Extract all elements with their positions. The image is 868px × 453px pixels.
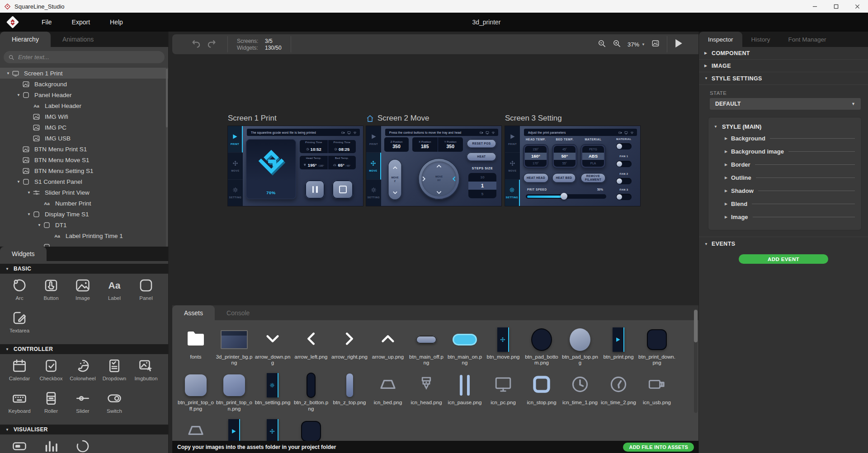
nav-move[interactable]: MOVE [505,153,520,179]
screen-1-preview[interactable]: PRINTMOVESETTING The squareline.gcode wo… [228,126,363,206]
screen-2-title[interactable]: Screen 2 Move [366,113,429,123]
tree-item-background[interactable]: Background [0,79,168,89]
tree-item-btn-menu-setting-s1[interactable]: BTN Menu Setting S1 [0,165,168,176]
pad-down-icon[interactable] [437,188,442,196]
screen-3-title[interactable]: Screen 3 Setting [505,113,562,123]
screen-3-preview[interactable]: PRINTMOVESETTING Adjust the print parame… [505,126,640,206]
hierarchy-scrollbar[interactable] [166,68,168,247]
widget-panel[interactable]: Panel [130,276,162,309]
pad-up-icon[interactable] [437,162,442,170]
widget-section-controller[interactable]: ▼CONTROLLER [0,344,168,354]
tree-item-img-pc[interactable]: IMG PC [0,122,168,133]
roller-value[interactable]: 150° [525,146,547,153]
redo-icon[interactable] [207,38,217,50]
style-prop-outline[interactable]: ▶Outline [712,171,857,184]
tab-history[interactable]: History [742,32,779,47]
remove-filament-button[interactable]: REMOVE FILAMENT [580,173,606,183]
style-prop-shadow[interactable]: ▶Shadow [712,184,857,197]
asset-btn-print-top-on-png[interactable]: btn_print_top_on.png [215,372,253,411]
style-prop-blend[interactable]: ▶Blend [712,197,857,210]
roller-bed-temp-[interactable]: 45°50°55° [552,144,577,168]
asset-fonts[interactable]: fonts [177,327,215,366]
widget-roller[interactable]: Roller [35,389,67,422]
tree-item-s1-content-panel[interactable]: ▼S1 Content Panel [0,176,168,187]
asset-icn-stop-png[interactable]: icn_stop.png [523,372,561,411]
asset-partial[interactable] [254,418,292,441]
steps-option-selected[interactable]: 1 [468,182,496,190]
asset-icn-bed-png[interactable]: icn_bed.png [369,372,407,411]
tree-item[interactable] [0,241,168,247]
move-xy-pad[interactable]: MOVEXY [418,158,460,200]
slider-knob[interactable] [561,193,567,200]
style-prop-background-image[interactable]: ▶Background image [712,145,857,158]
tab-assets[interactable]: Assets [172,305,215,320]
widget-label[interactable]: AaLabel [99,276,130,309]
nav-setting[interactable]: SETTING [366,180,381,206]
asset-btn-print-down-png[interactable]: btn_print_down.png [638,327,676,366]
nav-print[interactable]: PRINT [366,126,381,153]
play-button[interactable] [675,38,683,50]
pause-button[interactable] [305,180,325,199]
heat-bed-button[interactable]: HEAT BED [552,173,576,183]
expander-icon[interactable]: ▼ [15,180,22,184]
asset-icn-time-1-png[interactable]: icn_time_1.png [561,372,599,411]
screen-1-title[interactable]: Screen 1 Print [228,113,277,123]
tree-item-panel-header[interactable]: ▼Panel Header [0,89,168,100]
minimize-button[interactable] [804,0,826,13]
expander-icon[interactable]: ▼ [5,71,12,75]
roller-value[interactable]: PLA [582,160,604,167]
widget-button[interactable]: Button [35,276,67,309]
asset-icn-pause-png[interactable]: icn_pause.png [446,372,484,411]
widget-slider[interactable]: Slider [67,389,99,422]
switch-fan-2[interactable] [616,178,632,184]
add-file-into-assets-button[interactable]: ADD FILE INTO ASSETS [623,443,694,452]
tree-item-slider-print-view[interactable]: ▼Slider Print View [0,187,168,198]
asset-partial[interactable] [177,418,215,441]
tab-font-manager[interactable]: Font Manager [779,32,835,47]
tab-widgets[interactable]: Widgets [0,247,47,261]
assets-scrollbar[interactable] [694,309,698,413]
nav-move[interactable]: MOVE [228,153,243,179]
menu-file[interactable]: File [42,19,52,26]
roller-value-selected[interactable]: 160° [525,153,547,159]
menu-help[interactable]: Help [110,19,123,26]
asset-partial[interactable] [215,418,253,441]
chevron-down-icon[interactable] [393,188,397,196]
asset-btn-move-png[interactable]: btn_move.png [484,327,522,366]
roller-material[interactable]: PETGABSPLA [580,144,606,168]
tree-item-img-usb[interactable]: IMG USB [0,133,168,144]
widget-calendar[interactable]: Calendar [4,357,35,389]
tree-item-label-header[interactable]: AaLabel Header [0,100,168,111]
switch-fan-1[interactable] [616,161,632,167]
widget-keyboard[interactable]: Keyboard [4,389,35,422]
zoom-out-icon[interactable] [598,39,606,50]
nav-setting[interactable]: SETTING [228,180,243,206]
undo-icon[interactable] [191,38,201,50]
stop-button[interactable] [332,180,353,199]
asset-icn-usb-png[interactable]: icn_usb.png [638,372,676,411]
asset-partial[interactable] [292,418,330,441]
widget-arc[interactable]: Arc [4,276,35,309]
section-component[interactable]: ▶COMPONENT [699,47,868,60]
zoom-level-dropdown[interactable]: 37%▼ [627,41,645,48]
chevron-up-icon[interactable] [393,163,397,171]
asset-btn-pad-top-png[interactable]: btn_pad_top.png [561,327,599,366]
tree-item-display-time-s1[interactable]: ▼Display Time S1 [0,209,168,219]
tree-item-screen-1-print[interactable]: ▼Screen 1 Print [0,68,168,79]
tab-inspector[interactable]: Inspector [699,32,742,47]
asset-arrow-right-png[interactable]: arrow_right.png [330,327,368,366]
tab-animations[interactable]: Animations [51,32,105,47]
add-event-button[interactable]: ADD EVENT [739,254,828,264]
asset-btn-main-on-png[interactable]: btn_main_on.png [446,327,484,366]
expander-icon[interactable]: ▼ [25,191,33,195]
reset-pos-button[interactable]: RESET POS [467,139,496,148]
menu-export[interactable]: Export [72,19,90,26]
roller-value[interactable]: 55° [554,160,576,167]
asset-arrow-left-png[interactable]: arrow_left.png [292,327,330,366]
style-prop-image[interactable]: ▶Image [712,210,857,224]
tab-console[interactable]: Console [215,305,261,320]
nav-move-active[interactable]: MOVE [366,153,381,179]
search-input[interactable]: Enter text... [4,51,165,63]
maximize-button[interactable] [826,0,847,13]
asset-btn-z-top-png[interactable]: btn_z_top.png [330,372,368,411]
